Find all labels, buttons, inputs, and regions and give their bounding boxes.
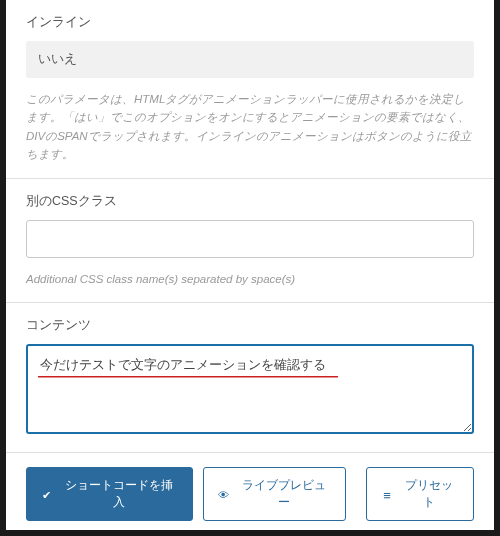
preview-button-label: ライブプレビュー	[237, 477, 331, 511]
settings-panel: インライン いいえ このパラメータは、HTMLタグがアニメーションラッパーに使用…	[6, 0, 494, 530]
inline-section: インライン いいえ このパラメータは、HTMLタグがアニメーションラッパーに使用…	[6, 0, 494, 179]
css-class-input[interactable]	[26, 220, 474, 258]
inline-label: インライン	[26, 14, 474, 31]
inline-select[interactable]: いいえ	[26, 41, 474, 78]
inline-help-text: このパラメータは、HTMLタグがアニメーションラッパーに使用されるかを決定します…	[26, 90, 474, 164]
insert-button-label: ショートコードを挿入	[60, 477, 178, 511]
insert-shortcode-button[interactable]: ショートコードを挿入	[26, 467, 193, 521]
menu-icon	[381, 488, 393, 500]
content-label: コンテンツ	[26, 317, 474, 334]
css-class-label: 別のCSSクラス	[26, 193, 474, 210]
live-preview-button[interactable]: ライブプレビュー	[203, 467, 346, 521]
preset-button[interactable]: プリセット	[366, 467, 474, 521]
preset-button-label: プリセット	[400, 477, 459, 511]
eye-icon	[218, 488, 230, 500]
content-textarea[interactable]	[26, 344, 474, 434]
css-class-section: 別のCSSクラス Additional CSS class name(s) se…	[6, 179, 494, 303]
content-section: コンテンツ	[6, 303, 494, 453]
button-bar: ショートコードを挿入 ライブプレビュー プリセット	[6, 453, 494, 536]
check-icon	[41, 488, 53, 500]
css-class-help-text: Additional CSS class name(s) separated b…	[26, 270, 474, 288]
